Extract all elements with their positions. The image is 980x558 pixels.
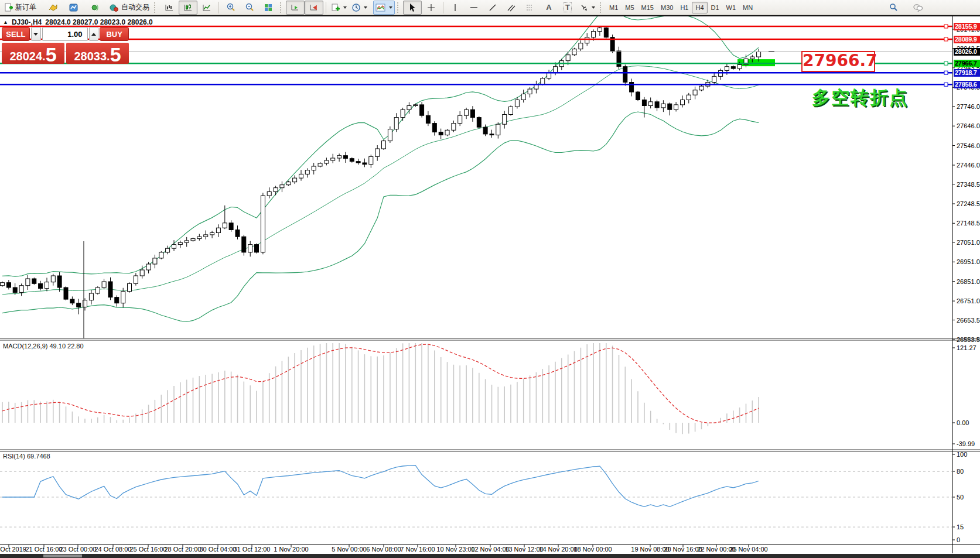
timeframe-h1[interactable]: H1 (677, 2, 692, 13)
zoom-out-button[interactable] (240, 1, 259, 15)
timeframe-m15[interactable]: M15 (638, 2, 657, 13)
candle-body (579, 43, 583, 49)
volume-increase-button[interactable] (89, 27, 99, 41)
timeframe-m5[interactable]: M5 (622, 2, 637, 13)
price-level-badge: 27966.7 (954, 60, 980, 67)
window-border (0, 15, 980, 16)
candle-body (229, 223, 233, 230)
expand-arrow-icon[interactable]: ▲ (3, 19, 8, 25)
price-callout-box[interactable]: 27966.7 (801, 51, 875, 72)
candle-body (597, 28, 602, 32)
line-handle[interactable] (944, 83, 948, 86)
toolbar-grip (600, 2, 603, 13)
search-button[interactable] (884, 1, 903, 15)
line-handle[interactable] (944, 37, 948, 41)
macd-label: MACD(12,26,9) 49.10 22.80 (3, 343, 84, 350)
sell-button[interactable]: SELL (2, 27, 30, 41)
tile-windows-button[interactable] (259, 1, 278, 15)
buy-price-display[interactable]: 28033. 5 (66, 43, 129, 64)
text-tool[interactable]: A (539, 1, 558, 15)
x-axis-label: 18 Nov 00:00 (573, 546, 612, 553)
candle-body (318, 163, 322, 166)
candle-body (636, 92, 640, 100)
toolbar: 新订单 自动交易 (0, 0, 980, 15)
candle-body (737, 64, 742, 69)
vertical-line-tool[interactable] (446, 1, 465, 15)
horizontal-scrollbar[interactable] (0, 554, 980, 558)
chart-shift-button[interactable] (305, 1, 323, 15)
candle-body (521, 94, 525, 100)
indicator-list-button[interactable] (43, 1, 62, 15)
cursor-button[interactable] (403, 1, 422, 15)
timeframe-m30[interactable]: M30 (657, 2, 677, 13)
candle-body (648, 102, 653, 106)
bar-chart-icon (165, 3, 174, 12)
axis-tick-label: 27746.0 (957, 103, 980, 110)
signals-button[interactable] (86, 1, 104, 15)
label-tool[interactable]: T (558, 1, 577, 15)
auto-scroll-button[interactable] (286, 1, 305, 15)
timeframe-w1[interactable]: W1 (723, 2, 740, 13)
trendline-tool[interactable] (483, 1, 502, 15)
line-handle[interactable] (944, 25, 948, 28)
line-handle[interactable] (944, 61, 948, 65)
candlestick-chart-button[interactable] (179, 1, 197, 15)
candle-body (6, 283, 11, 287)
chevron-down-icon (33, 33, 38, 36)
candle-body (274, 188, 278, 192)
candle-body (585, 37, 589, 43)
candle-body (426, 115, 430, 123)
auto-trading-button[interactable]: 自动交易 (107, 1, 152, 15)
rsi-label: RSI(14) 69.7468 (3, 453, 50, 460)
axis-tick-label: 26553.5 (957, 336, 980, 343)
candle-body (204, 235, 208, 237)
x-axis-label: 14 Nov 20:00 (539, 546, 577, 553)
candle-body (343, 156, 347, 159)
text-tool-icon: A (546, 3, 551, 12)
timeframe-mn[interactable]: MN (739, 2, 756, 13)
scrollbar-thumb[interactable] (43, 554, 82, 557)
candle-body (286, 182, 291, 185)
candle-body (515, 100, 519, 107)
timeframe-h4[interactable]: H4 (692, 2, 707, 13)
new-order-label: 新订单 (15, 2, 36, 12)
market-watch-button[interactable] (64, 1, 83, 15)
buy-button[interactable]: BUY (100, 27, 129, 41)
candle-body (674, 105, 678, 109)
volume-input[interactable] (42, 27, 88, 41)
chat-icon (913, 3, 923, 12)
bar-chart-button[interactable] (160, 1, 179, 15)
cursor-icon (408, 3, 416, 12)
chart-template-dropdown[interactable] (373, 1, 395, 15)
arrows-dropdown[interactable] (577, 1, 597, 15)
x-axis-label: 21 Oct 16:00 (26, 546, 63, 553)
line-handle[interactable] (944, 71, 948, 74)
chart-annotation-text[interactable]: 多空转折点 (812, 85, 909, 110)
candle-body (159, 252, 163, 258)
line-chart-button[interactable] (197, 1, 216, 15)
new-order-button[interactable]: 新订单 (2, 1, 39, 15)
x-axis-label: 18 Oct 2019 (0, 546, 26, 553)
zoom-in-button[interactable] (221, 1, 240, 15)
x-axis-label: 1 Nov 20:00 (274, 546, 308, 553)
candle-body (45, 282, 49, 289)
channel-tool[interactable] (502, 1, 521, 15)
horizontal-line-tool[interactable] (465, 1, 483, 15)
sell-price-display[interactable]: 28024. 5 (2, 43, 64, 64)
fibonacci-tool[interactable] (521, 1, 539, 15)
timeframe-d1[interactable]: D1 (708, 2, 723, 13)
candle-body (350, 159, 354, 162)
candle-body (617, 51, 621, 67)
candle-body (661, 104, 665, 108)
candle-body (750, 57, 754, 59)
candle-body (363, 163, 367, 165)
crosshair-button[interactable] (422, 1, 441, 15)
volume-decrease-button[interactable] (31, 27, 41, 41)
x-axis-label: 25 Nov 04:00 (729, 546, 767, 553)
chat-button[interactable] (909, 1, 927, 15)
new-chart-dropdown[interactable] (329, 1, 349, 15)
candle-body (382, 141, 386, 149)
timeframe-m1[interactable]: M1 (606, 2, 622, 13)
chart-period-dropdown[interactable] (349, 1, 370, 15)
chart-title-line: ▲ DJ30-,H4 28024.0 28027.0 28023.0 28026… (3, 18, 153, 26)
